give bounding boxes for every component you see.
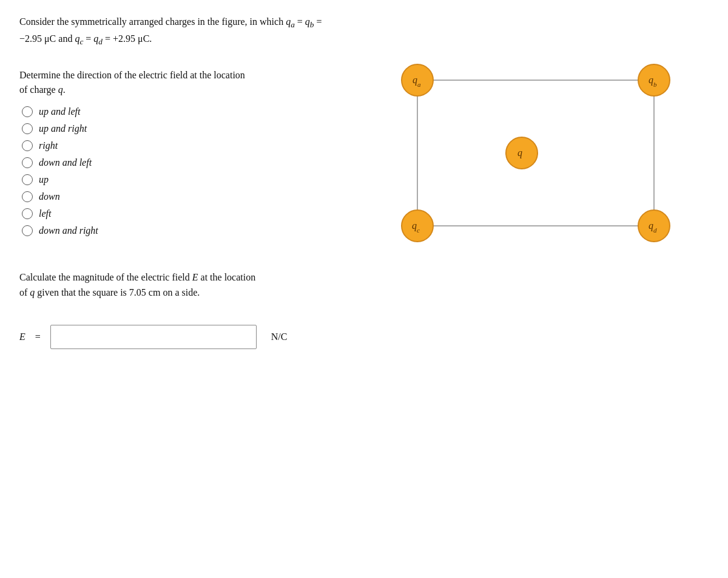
magnitude-section: Calculate the magnitude of the electric … [19,270,335,349]
radio-up[interactable] [22,174,33,185]
direction-section: Determine the direction of the electric … [19,68,335,237]
qa-circle [402,64,433,96]
qd-circle [638,210,670,242]
option-down-and-right[interactable]: down and right [22,225,335,236]
option-right[interactable]: right [22,140,335,151]
unit-label: N/C [271,332,288,342]
left-panel: Consider the symmetrically arranged char… [19,15,335,349]
e-label: E [19,332,25,342]
label-up-and-left: up and left [39,106,80,117]
equals-sign: = [35,332,41,342]
label-down-and-left: down and left [39,157,92,168]
option-up[interactable]: up [22,174,335,185]
diagram-container: qa qb qc qd q [376,15,692,330]
option-down[interactable]: down [22,191,335,202]
intro-text: Consider the symmetrically arranged char… [19,16,322,44]
qc-circle [402,210,433,242]
option-left[interactable]: left [22,208,335,219]
q-text: q [517,148,522,158]
radio-down-and-left[interactable] [22,157,33,168]
label-down-and-right: down and right [39,225,98,236]
option-up-and-right[interactable]: up and right [22,123,335,134]
label-up: up [39,174,49,185]
magnitude-input-row: E = N/C [19,325,335,349]
qb-circle [638,64,670,96]
magnitude-question: Calculate the magnitude of the electric … [19,270,335,301]
option-up-and-left[interactable]: up and left [22,106,335,117]
label-left: left [39,208,51,219]
e-input[interactable] [50,325,257,349]
radio-up-and-right[interactable] [22,123,33,134]
right-panel: qa qb qc qd q [359,15,709,349]
label-up-and-right: up and right [39,123,87,134]
radio-down-and-right[interactable] [22,225,33,236]
question-intro: Consider the symmetrically arranged char… [19,15,335,49]
radio-up-and-left[interactable] [22,106,33,117]
radio-right[interactable] [22,140,33,151]
option-down-and-left[interactable]: down and left [22,157,335,168]
options-list: up and left up and right right down and … [22,106,335,236]
label-right: right [39,140,58,151]
direction-question: Determine the direction of the electric … [19,68,335,98]
radio-left[interactable] [22,208,33,219]
label-down: down [39,191,60,202]
radio-down[interactable] [22,191,33,202]
diagram-svg: qa qb qc qd q [376,15,692,330]
